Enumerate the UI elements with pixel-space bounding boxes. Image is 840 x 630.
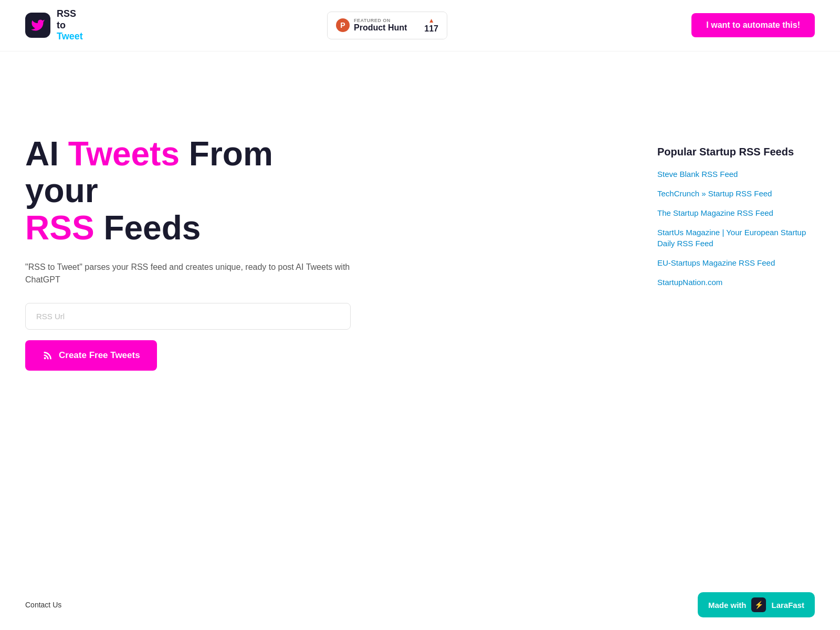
create-button-label: Create Free Tweets	[59, 350, 140, 361]
hero-title-line1: AI Tweets From your	[25, 135, 351, 209]
feed-link-0[interactable]: Steve Blank RSS Feed	[657, 169, 815, 180]
feed-link-1[interactable]: TechCrunch » Startup RSS Feed	[657, 188, 815, 199]
bird-icon	[30, 18, 45, 33]
logo-text: RSS to Tweet	[57, 8, 83, 43]
automate-button[interactable]: I want to automate this!	[691, 13, 815, 37]
larafast-icon: ⚡	[751, 597, 766, 612]
feed-link-3[interactable]: StartUs Magazine | Your European Startup…	[657, 227, 815, 249]
made-with-badge[interactable]: Made with ⚡ LaraFast	[698, 592, 815, 617]
feed-link-5[interactable]: StartupNation.com	[657, 277, 815, 288]
feed-link-2[interactable]: The Startup Magazine RSS Feed	[657, 207, 815, 218]
popular-feeds-section: Popular Startup RSS Feeds Steve Blank RS…	[657, 146, 815, 296]
create-tweets-button[interactable]: Create Free Tweets	[25, 340, 157, 371]
ph-count: ▲ 117	[416, 12, 447, 39]
feed-links-list: Steve Blank RSS Feed TechCrunch » Startu…	[657, 169, 815, 288]
popular-feeds-title: Popular Startup RSS Feeds	[657, 146, 815, 158]
ph-left: P FEATURED ON Product Hunt	[328, 13, 415, 38]
feed-link-4[interactable]: EU-Startups Magazine RSS Feed	[657, 257, 815, 268]
hero-ai-text: AI	[25, 135, 68, 173]
contact-us-link[interactable]: Contact Us	[25, 601, 61, 609]
ph-arrow-icon: ▲	[428, 17, 435, 24]
hero-section: AI Tweets From your RSS Feeds "RSS to Tw…	[25, 135, 351, 371]
hero-rss-text: RSS	[25, 209, 94, 247]
ph-logo-icon: P	[336, 18, 350, 32]
rss-icon	[42, 350, 54, 361]
hero-subtitle: "RSS to Tweet" parses your RSS feed and …	[25, 261, 351, 286]
hero-feeds-text: Feeds	[94, 209, 201, 247]
rss-url-input[interactable]	[25, 303, 351, 330]
logo-link[interactable]: RSS to Tweet	[25, 8, 83, 43]
logo-icon	[25, 13, 50, 38]
ph-text-block: FEATURED ON Product Hunt	[354, 18, 407, 33]
made-with-label: Made with	[708, 601, 747, 610]
product-hunt-badge[interactable]: P FEATURED ON Product Hunt ▲ 117	[327, 12, 447, 39]
hero-title-line2: RSS Feeds	[25, 209, 351, 246]
hero-title: AI Tweets From your RSS Feeds	[25, 135, 351, 246]
hero-tweets-text: Tweets	[68, 135, 180, 173]
larafast-label: LaraFast	[771, 601, 804, 610]
